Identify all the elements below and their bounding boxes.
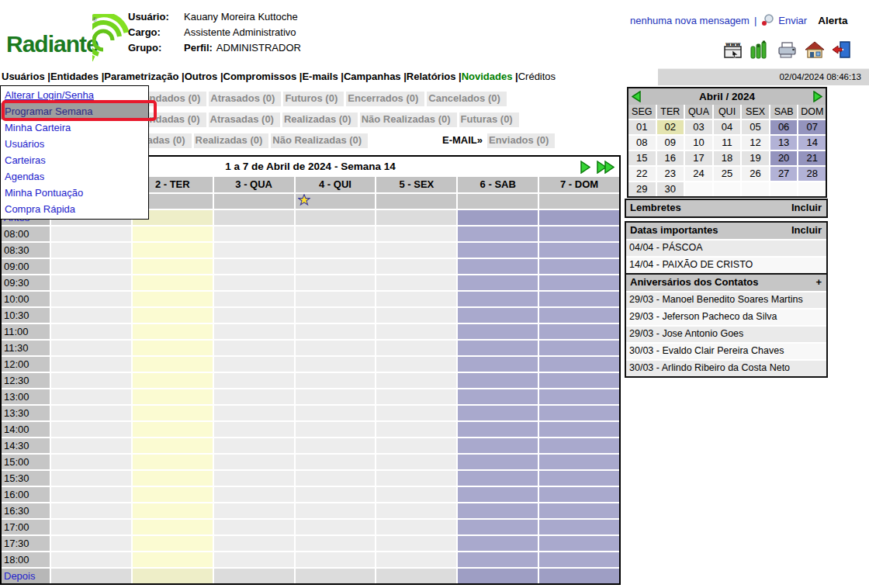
home-icon[interactable]: [805, 40, 825, 59]
slot-1230-day5[interactable]: [376, 373, 456, 388]
slot-1000-day4[interactable]: [296, 292, 376, 306]
menu-item-entidades[interactable]: Entidades: [50, 71, 99, 82]
menu-item-novidades[interactable]: Novidades: [462, 71, 513, 82]
slot-1530-day3[interactable]: [214, 471, 294, 486]
slot-1000-day5[interactable]: [376, 292, 456, 306]
slot-1130-day5[interactable]: [376, 341, 456, 355]
slot-0800-day7[interactable]: [539, 227, 619, 241]
slot-1700-day4[interactable]: [296, 520, 376, 534]
slot-1200-day4[interactable]: [296, 357, 376, 372]
slot-1100-day4[interactable]: [296, 324, 376, 339]
slot-1330-day5[interactable]: [376, 406, 456, 420]
status-chip-realizadas-0[interactable]: Realizadas (0): [282, 112, 358, 127]
menu-item-compromissos[interactable]: Compromissos: [223, 71, 297, 82]
slot-1300-day2[interactable]: [133, 389, 213, 404]
menu-item-creditos[interactable]: Créditos: [518, 71, 556, 82]
mini-cal-day-07[interactable]: 07: [798, 120, 826, 134]
mini-cal-day-05[interactable]: 05: [742, 120, 769, 134]
mini-cal-day-10[interactable]: 10: [685, 136, 712, 150]
slot-1000-day6[interactable]: [458, 292, 538, 306]
slot-0930-day6[interactable]: [458, 275, 538, 290]
slot-1000-day1[interactable]: [51, 292, 131, 306]
slot-0830-day1[interactable]: [51, 243, 131, 258]
slot-1200-day3[interactable]: [214, 357, 294, 372]
slot-1400-day5[interactable]: [376, 422, 456, 437]
slot-1000-day2[interactable]: [133, 292, 213, 306]
slot-1530-day4[interactable]: [296, 471, 376, 486]
slot-1730-day7[interactable]: [539, 536, 619, 551]
slot-0800-day1[interactable]: [51, 227, 131, 241]
slot-depois-day6[interactable]: [458, 569, 538, 583]
slot-1030-day7[interactable]: [539, 308, 619, 323]
slot-1630-day7[interactable]: [539, 503, 619, 518]
status-chip-atrasadas-0[interactable]: Atrasadas (0): [209, 112, 280, 127]
dropdown-item-carteiras[interactable]: Carteiras: [1, 152, 148, 168]
slot-0800-day6[interactable]: [458, 227, 538, 241]
slot-1430-day5[interactable]: [376, 438, 456, 453]
mini-cal-day-28[interactable]: 28: [798, 167, 826, 181]
email-enviados-chip[interactable]: Enviados (0): [487, 133, 555, 148]
slot-1800-day4[interactable]: [296, 552, 376, 567]
mini-cal-day-12[interactable]: 12: [742, 136, 769, 150]
slot-1730-day5[interactable]: [376, 536, 456, 551]
enviar-link[interactable]: Enviar: [778, 15, 807, 26]
slot-0900-day7[interactable]: [539, 259, 619, 274]
slot-1030-day3[interactable]: [214, 308, 294, 323]
status-chip-futuras-0[interactable]: Futuras (0): [459, 112, 519, 127]
slot-1800-day6[interactable]: [458, 552, 538, 567]
slot-1100-day6[interactable]: [458, 324, 538, 339]
status-chip-cancelados-0[interactable]: Cancelados (0): [427, 92, 506, 106]
slot-1400-day7[interactable]: [539, 422, 619, 437]
mini-cal-day-25[interactable]: 25: [714, 167, 741, 181]
menu-item-e-mails[interactable]: E-mails: [302, 71, 338, 82]
slot-1730-day1[interactable]: [51, 536, 131, 551]
slot-1430-day7[interactable]: [539, 438, 619, 453]
slot-1530-day2[interactable]: [133, 471, 213, 486]
slot-1400-day1[interactable]: [51, 422, 131, 437]
slot-1000-day3[interactable]: [214, 292, 294, 306]
slot-1100-day5[interactable]: [376, 324, 456, 339]
slot-1330-day1[interactable]: [51, 406, 131, 420]
slot-depois-day3[interactable]: [214, 569, 294, 583]
dropdown-item-minha-pontuacao[interactable]: Minha Pontuação: [1, 185, 148, 201]
slot-1600-day3[interactable]: [214, 487, 294, 502]
mini-cal-day-15[interactable]: 15: [628, 151, 656, 165]
next-month-mini-icon[interactable]: [813, 91, 822, 102]
slot-1300-day3[interactable]: [214, 389, 294, 404]
status-chip-nao-realizadas-0[interactable]: Não Realizadas (0): [271, 133, 368, 148]
slot-1230-day3[interactable]: [214, 373, 294, 388]
printer-icon[interactable]: [777, 40, 798, 59]
status-chip-encerrados-0[interactable]: Encerrados (0): [346, 92, 424, 106]
slot-depois-day5[interactable]: [376, 569, 456, 583]
slot-1200-day5[interactable]: [376, 357, 456, 372]
slot-1400-day4[interactable]: [296, 422, 376, 437]
slot-1200-day7[interactable]: [539, 357, 619, 372]
lembretes-incluir-button[interactable]: Incluir: [791, 202, 822, 214]
slot-1100-day2[interactable]: [133, 324, 213, 339]
status-chip-atrasados-0[interactable]: Atrasados (0): [209, 92, 281, 106]
slot-0800-day3[interactable]: [214, 227, 294, 241]
slot-1530-day5[interactable]: [376, 471, 456, 486]
slot-1330-day3[interactable]: [214, 406, 294, 420]
slot-1700-day5[interactable]: [376, 520, 456, 534]
slot-1030-day6[interactable]: [458, 308, 538, 323]
slot-1100-day1[interactable]: [51, 324, 131, 339]
www-browser-icon[interactable]: www: [723, 40, 743, 59]
slot-0800-day2[interactable]: [133, 227, 213, 241]
status-chip-futuros-0[interactable]: Futuros (0): [283, 92, 344, 106]
green-bars-chart-icon[interactable]: [750, 40, 770, 59]
mini-cal-day-03[interactable]: 03: [685, 120, 712, 134]
mini-cal-day-18[interactable]: 18: [714, 151, 741, 165]
allday-cell-7[interactable]: [539, 194, 619, 209]
slot-1300-day1[interactable]: [51, 389, 131, 404]
exit-door-icon[interactable]: [832, 40, 852, 59]
slot-1500-day6[interactable]: [458, 455, 538, 469]
aniversarios-expand-button[interactable]: +: [815, 276, 822, 289]
slot-0930-day7[interactable]: [539, 275, 619, 290]
slot-0930-day1[interactable]: [51, 275, 131, 290]
slot-1130-day7[interactable]: [539, 341, 619, 355]
slot-1300-day7[interactable]: [539, 389, 619, 404]
slot-1300-day5[interactable]: [376, 389, 456, 404]
slot-1230-day7[interactable]: [539, 373, 619, 388]
slot-1630-day5[interactable]: [376, 503, 456, 518]
